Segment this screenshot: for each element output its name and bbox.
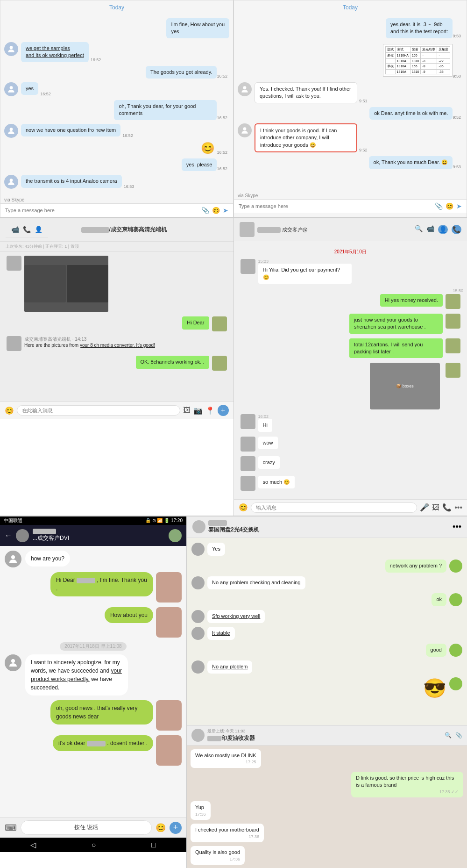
- timestamp: 16:52: [91, 57, 101, 62]
- video-icon[interactable]: 📹: [11, 226, 19, 233]
- wa-avatar: [191, 610, 205, 623]
- timestamp: 16:53: [124, 184, 134, 189]
- right-panel-title: 成交客户@: [282, 227, 308, 232]
- chat-input[interactable]: [239, 203, 435, 209]
- video-icon[interactable]: 📹: [426, 225, 434, 234]
- wechat-title: /成交柬埔寨高清光端机: [81, 226, 167, 234]
- msg-row: ok, Thank you so much Dear. 😀 9:53: [238, 156, 463, 169]
- chat-input-bar[interactable]: 📎 😊 ➤: [234, 199, 467, 213]
- wechat-input-right[interactable]: [251, 502, 417, 513]
- wechat-add-icon[interactable]: +: [218, 405, 229, 416]
- wa-avatar-right: [449, 593, 462, 606]
- chat-input-bar[interactable]: 📎 😊 ➤: [0, 203, 233, 217]
- wechat-msg-row: wow: [238, 437, 464, 452]
- wechat-msg-row: total 12cartons. I will send you packing…: [238, 338, 464, 359]
- emoji-icon[interactable]: 😊: [212, 207, 220, 214]
- wa-msg-row: ok: [191, 593, 462, 606]
- phone-icon[interactable]: 📞: [452, 225, 461, 234]
- attachment-icon[interactable]: 📎: [435, 202, 443, 210]
- wechat-message-bubble: Hi yes money received.: [380, 294, 443, 307]
- wechat-subheader: 上次签名: 43分钟前 | 正在聊天: 1 | 置顶: [0, 242, 234, 252]
- android-status-bar: 中国联通 🔒 ⊙ 📶 🔋 17:20: [0, 516, 186, 525]
- top-right-messages: yes,dear. it is -3 ~ -9dband this is the…: [234, 14, 467, 192]
- msg-row: I think your goods is good. If I can int…: [238, 123, 463, 152]
- mic-button[interactable]: 按住 说话: [21, 820, 152, 835]
- wechat-input-bar-right[interactable]: 😊 🎤 🖼 📞 •••: [234, 499, 467, 516]
- android-msg-row: how are you?: [5, 551, 182, 567]
- attachment-icon[interactable]: 📎: [201, 207, 209, 214]
- msg-row: the transmit os is 4 input Analoo camera…: [4, 175, 229, 189]
- wechat-avatar-right: [446, 294, 460, 309]
- wa-avatar-right: [449, 560, 462, 573]
- wechat-input[interactable]: [17, 405, 180, 416]
- wechat-right-header: 成交客户@ 🔍 📹 👤 📞: [234, 218, 467, 241]
- phone-icon[interactable]: 📞: [23, 226, 31, 233]
- india-chat-title: 印度油收发器: [207, 734, 255, 742]
- timestamp: 16:52: [217, 150, 227, 155]
- user-photo-2: [156, 607, 182, 638]
- chat-avatar: [192, 520, 205, 533]
- wechat-avatar-right: [446, 314, 460, 329]
- contact-icon[interactable]: 👤: [438, 225, 448, 234]
- back-button[interactable]: ←: [5, 531, 12, 540]
- send-icon[interactable]: ➤: [223, 207, 228, 214]
- wechat-message-bubble: just now send your goods to shenzhen sea…: [349, 314, 443, 334]
- wechat-input-bar[interactable]: 😊 🖼 📷 📍 +: [0, 402, 234, 419]
- phone-icon[interactable]: 📞: [442, 503, 452, 512]
- android-input-area[interactable]: ⌨ 按住 说话 😊 +: [0, 817, 186, 838]
- home-nav-button[interactable]: ○: [92, 841, 96, 849]
- android-nav-bar: ◁ ○ □: [0, 838, 186, 852]
- wechat-photo-icon[interactable]: 📷: [193, 406, 203, 415]
- back-nav-button[interactable]: ◁: [30, 840, 36, 849]
- send-icon[interactable]: ➤: [456, 202, 462, 210]
- emoji-icon[interactable]: 😊: [239, 503, 248, 512]
- wechat-msg-row: OK. 8channels working ok. .: [4, 356, 230, 371]
- chat-input[interactable]: [5, 208, 201, 213]
- wechat-voice-icon[interactable]: 😊: [5, 406, 14, 415]
- add-icon[interactable]: +: [170, 822, 182, 834]
- search-icon[interactable]: 🔍: [415, 225, 423, 234]
- emoji-icon[interactable]: 😊: [156, 823, 166, 833]
- recent-nav-button[interactable]: □: [151, 841, 156, 849]
- thai-chat-panel: 泰国闸盘2光4交换机 ••• Yes network any problem ?: [187, 516, 467, 725]
- wa-avatar-right: [449, 677, 462, 690]
- top-right-panel: Today yes,dear. it is -3 ~ -9dband this …: [234, 0, 467, 217]
- sticker: 😎: [423, 677, 446, 699]
- wechat-meta: 成交柬埔寨高清光端机 · 14:13 Here are the pictures…: [24, 336, 155, 348]
- thai-chat-header: 泰国闸盘2光4交换机 •••: [187, 516, 467, 538]
- timestamp: 9:52: [453, 115, 461, 120]
- more-icon[interactable]: •••: [454, 503, 462, 512]
- wa-message-bubble: good: [426, 644, 446, 657]
- more-icon[interactable]: •••: [453, 522, 461, 532]
- wechat-msg-row: crazy: [238, 456, 464, 471]
- msg-row: yes 16:52: [4, 82, 229, 96]
- wa-avatar: [191, 543, 205, 556]
- android-msg-row: Hi Dear , I'm fine. Thank you .: [5, 572, 182, 603]
- input-icons: 📎 😊 ➤: [435, 202, 462, 210]
- wechat-avatar: [241, 437, 255, 452]
- msg-row: now we have one question fro new item 16…: [4, 124, 229, 138]
- msg-row: ok Dear. anyt time is ok with me. 9:52: [238, 107, 463, 120]
- avatar: [4, 175, 18, 189]
- wa-avatar: [191, 660, 205, 674]
- mic-icon[interactable]: 🎤: [420, 503, 429, 512]
- emoji-icon[interactable]: 😊: [446, 202, 453, 210]
- image-icon[interactable]: 🖼: [432, 503, 439, 512]
- android-msg-row: How about you: [5, 607, 182, 638]
- top-panels: Today I'm fine, How about youyes we get …: [0, 0, 467, 217]
- keyboard-icon[interactable]: ⌨: [5, 823, 17, 833]
- message-bubble: Yes. I checked. Thank you! If I find oth…: [255, 82, 357, 103]
- wechat-msg-row: so much 😊: [238, 476, 464, 491]
- android-avatar: [5, 654, 21, 671]
- msg-row: yes,dear. it is -3 ~ -9dband this is the…: [238, 18, 463, 38]
- boxes-image: 📦 boxes: [370, 363, 440, 409]
- wechat-image-icon[interactable]: 🖼: [183, 406, 191, 415]
- contact-icon[interactable]: 👤: [35, 226, 42, 233]
- search-icon[interactable]: 🔍: [445, 732, 452, 739]
- attachment-icon[interactable]: 📎: [455, 732, 462, 739]
- timestamp: 9:50: [453, 34, 461, 38]
- main-container: Today I'm fine, How about youyes we get …: [0, 0, 467, 868]
- user-photo-3: [156, 700, 182, 731]
- wechat-location-icon[interactable]: 📍: [205, 406, 215, 415]
- android-avatar: [5, 551, 21, 567]
